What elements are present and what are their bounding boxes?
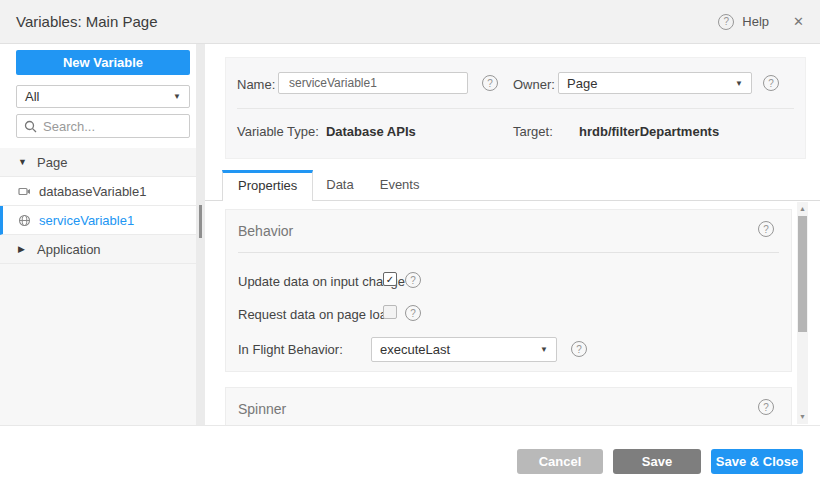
help-icon[interactable]: ? bbox=[718, 14, 734, 30]
variables-tree: ▼ Page databaseVariable1 serviceVariable… bbox=[0, 148, 196, 264]
chevron-down-icon: ▼ bbox=[735, 79, 743, 88]
variable-type-value: Database APIs bbox=[326, 124, 416, 139]
divider bbox=[237, 108, 794, 109]
tab-events[interactable]: Events bbox=[367, 170, 433, 200]
search-box[interactable] bbox=[16, 114, 190, 138]
titlebar-actions: ? Help ✕ bbox=[718, 14, 804, 30]
target-row: Target: hrdb/filterDepartments bbox=[513, 124, 719, 139]
properties-scroll-area: Behavior ? Update data on input change ✓… bbox=[205, 201, 820, 425]
scroll-up-icon[interactable]: ▲ bbox=[797, 203, 808, 215]
tree-node-page[interactable]: ▼ Page bbox=[0, 148, 196, 177]
sidebar-empty-area bbox=[0, 264, 196, 425]
tab-data[interactable]: Data bbox=[313, 170, 366, 200]
variable-type-row: Variable Type: Database APIs bbox=[237, 124, 416, 139]
service-variable-icon bbox=[18, 214, 31, 227]
request-data-help-icon[interactable]: ? bbox=[405, 305, 421, 321]
in-flight-behavior-label: In Flight Behavior: bbox=[238, 342, 343, 357]
tree-node-label: Application bbox=[37, 242, 101, 257]
page-title: Variables: Main Page bbox=[16, 13, 157, 30]
owner-label: Owner:* bbox=[513, 77, 563, 92]
search-icon bbox=[24, 120, 37, 133]
cancel-button[interactable]: Cancel bbox=[517, 449, 603, 474]
tree-node-label: serviceVariable1 bbox=[39, 213, 134, 228]
name-label: Name:* bbox=[237, 77, 283, 92]
in-flight-behavior-help-icon[interactable]: ? bbox=[571, 341, 587, 357]
owner-help-icon[interactable]: ? bbox=[763, 75, 779, 91]
target-label: Target: bbox=[513, 124, 579, 139]
owner-value: Page bbox=[567, 76, 597, 91]
variable-type-label: Variable Type: bbox=[237, 124, 319, 139]
divider bbox=[238, 252, 779, 253]
variable-summary-panel: Name:* ? Owner:* Page ▼ ? Variable Type:… bbox=[225, 57, 806, 159]
owner-select[interactable]: Page ▼ bbox=[558, 72, 752, 94]
name-field[interactable] bbox=[278, 72, 468, 94]
update-data-on-input-change-label: Update data on input change bbox=[238, 274, 405, 289]
name-help-icon[interactable]: ? bbox=[482, 75, 498, 91]
in-flight-behavior-select[interactable]: executeLast ▼ bbox=[371, 337, 557, 362]
behavior-section-title: Behavior bbox=[238, 223, 293, 239]
scroll-down-icon[interactable]: ▼ bbox=[797, 411, 808, 423]
footer-buttons: Cancel Save Save & Close bbox=[517, 449, 803, 474]
target-value: hrdb/filterDepartments bbox=[579, 124, 719, 139]
dialog-footer: Cancel Save Save & Close bbox=[0, 425, 820, 487]
spinner-section-title: Spinner bbox=[238, 401, 286, 417]
tree-node-application[interactable]: ▶ Application bbox=[0, 235, 196, 264]
properties-scrollbar-thumb[interactable] bbox=[798, 216, 807, 332]
chevron-down-icon: ▼ bbox=[540, 345, 548, 354]
request-data-on-page-load-checkbox[interactable]: ✓ bbox=[383, 305, 397, 319]
behavior-section: Behavior ? Update data on input change ✓… bbox=[225, 209, 792, 372]
variables-sidebar: New Variable All ▼ ▼ Page databaseVa bbox=[0, 44, 196, 425]
save-and-close-button[interactable]: Save & Close bbox=[711, 449, 803, 474]
editor-tabbar: Properties Data Events bbox=[205, 170, 820, 201]
search-input[interactable] bbox=[43, 119, 182, 134]
chevron-down-icon: ▼ bbox=[173, 92, 181, 101]
tab-properties[interactable]: Properties bbox=[222, 170, 313, 201]
database-variable-icon bbox=[18, 186, 31, 197]
caret-collapsed-icon[interactable]: ▶ bbox=[18, 244, 29, 254]
tree-node-database-variable[interactable]: databaseVariable1 bbox=[0, 177, 196, 206]
new-variable-button[interactable]: New Variable bbox=[16, 50, 190, 75]
spinner-section: Spinner ? bbox=[225, 387, 792, 425]
save-button[interactable]: Save bbox=[613, 449, 701, 474]
update-data-on-input-change-checkbox[interactable]: ✓ bbox=[383, 272, 397, 286]
tree-node-label: Page bbox=[37, 155, 67, 170]
request-data-on-page-load-label: Request data on page load bbox=[238, 307, 394, 322]
titlebar: Variables: Main Page ? Help ✕ bbox=[0, 0, 820, 44]
behavior-help-icon[interactable]: ? bbox=[758, 221, 774, 237]
spinner-help-icon[interactable]: ? bbox=[758, 399, 774, 415]
variable-editor: Name:* ? Owner:* Page ▼ ? Variable Type:… bbox=[205, 44, 820, 425]
properties-scrollbar[interactable]: ▲ ▼ bbox=[797, 202, 808, 424]
update-data-help-icon[interactable]: ? bbox=[405, 272, 421, 288]
in-flight-behavior-value: executeLast bbox=[380, 342, 450, 357]
help-link[interactable]: Help bbox=[742, 14, 769, 29]
tree-node-label: databaseVariable1 bbox=[39, 184, 146, 199]
variable-filter-select[interactable]: All ▼ bbox=[16, 85, 190, 108]
caret-expanded-icon[interactable]: ▼ bbox=[18, 157, 29, 167]
tree-node-service-variable[interactable]: serviceVariable1 bbox=[0, 206, 196, 235]
sidebar-scrollbar-thumb[interactable] bbox=[199, 205, 202, 238]
close-icon[interactable]: ✕ bbox=[793, 14, 804, 29]
variables-dialog: Variables: Main Page ? Help ✕ New Variab… bbox=[0, 0, 820, 487]
sidebar-scrollbar[interactable] bbox=[196, 44, 205, 425]
variable-filter-value: All bbox=[25, 89, 39, 104]
